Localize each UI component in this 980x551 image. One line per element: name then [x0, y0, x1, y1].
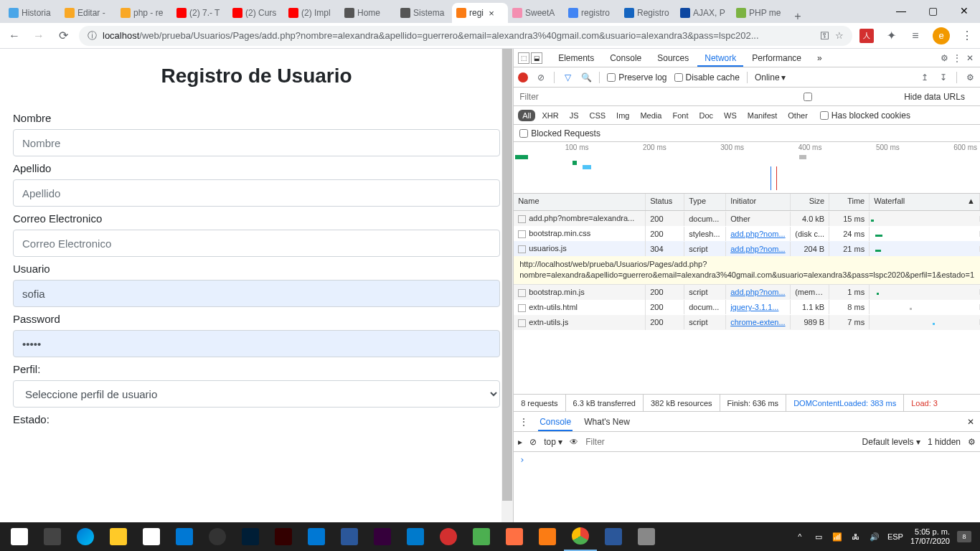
- tb-photoshop[interactable]: [234, 522, 267, 551]
- col-waterfall[interactable]: Waterfall ▲: [870, 194, 980, 210]
- type-css[interactable]: CSS: [585, 110, 610, 121]
- col-time[interactable]: Time: [829, 194, 870, 210]
- tb-vscode[interactable]: [399, 522, 432, 551]
- tab-yt2[interactable]: (2) Curs: [228, 3, 284, 23]
- tb-edge[interactable]: [69, 522, 102, 551]
- tab-yt1[interactable]: (2) 7.- T: [172, 3, 228, 23]
- tab-more[interactable]: »: [810, 50, 829, 67]
- tab-registro[interactable]: Registro: [620, 3, 676, 23]
- tab-elements[interactable]: Elements: [551, 50, 601, 67]
- tb-word[interactable]: [597, 522, 630, 551]
- network-row[interactable]: bootstrap.min.css 200stylesh... add.php?…: [514, 226, 980, 241]
- drawer-tab-whatsnew[interactable]: What's New: [583, 413, 631, 431]
- drawer-close-icon[interactable]: ✕: [967, 417, 974, 427]
- kebab-icon[interactable]: ⋮: [951, 52, 963, 64]
- profile-avatar[interactable]: e: [933, 27, 950, 44]
- type-js[interactable]: JS: [565, 110, 583, 121]
- upload-icon[interactable]: ↥: [919, 72, 930, 83]
- type-ws[interactable]: WS: [720, 110, 741, 121]
- type-img[interactable]: Img: [612, 110, 633, 121]
- filter-icon[interactable]: ▽: [562, 72, 573, 83]
- tab-sweet[interactable]: SweetA: [508, 3, 564, 23]
- tab-performance[interactable]: Performance: [745, 50, 809, 67]
- tb-groove[interactable]: [201, 522, 234, 551]
- network-row[interactable]: extn-utils.html 200docum... jquery-3.1.1…: [514, 300, 980, 315]
- nombre-input[interactable]: [13, 129, 500, 156]
- url-field[interactable]: ⓘ localhost/web/prueba/Usuarios/Pages/ad…: [79, 26, 852, 46]
- tray-lang[interactable]: ESP: [887, 532, 903, 541]
- blocked-requests-check[interactable]: Blocked Requests: [519, 128, 600, 138]
- col-initiator[interactable]: Initiator: [726, 194, 791, 210]
- blocked-cookies-check[interactable]: Has blocked cookies: [820, 110, 910, 121]
- type-manifest[interactable]: Manifest: [743, 110, 782, 121]
- window-close[interactable]: ✕: [948, 0, 980, 22]
- tab-editar[interactable]: Editar -: [60, 3, 116, 23]
- type-media[interactable]: Media: [636, 110, 666, 121]
- tab-ajax[interactable]: AJAX, P: [676, 3, 732, 23]
- tray-volume-icon[interactable]: 🔊: [869, 531, 880, 542]
- tab-console[interactable]: Console: [603, 50, 649, 67]
- disable-cache-check[interactable]: Disable cache: [674, 72, 740, 83]
- network-row[interactable]: extn-utils.js 200script chrome-exten...9…: [514, 315, 980, 330]
- console-settings-icon[interactable]: ⚙: [968, 437, 976, 447]
- record-button[interactable]: [518, 72, 528, 83]
- inspect-icon[interactable]: ⬚: [518, 52, 529, 64]
- network-row[interactable]: add.php?nombre=alexandra... 200docum... …: [514, 211, 980, 226]
- search-icon[interactable]: 🔍: [580, 72, 592, 83]
- settings-icon[interactable]: ⚙: [938, 52, 950, 64]
- tray-up-icon[interactable]: ^: [794, 531, 806, 542]
- drawer-tab-console[interactable]: Console: [538, 413, 573, 431]
- tb-mail[interactable]: [168, 522, 201, 551]
- tb-vs[interactable]: [300, 522, 333, 551]
- notifications-icon[interactable]: 8: [957, 531, 971, 542]
- close-icon[interactable]: ×: [486, 8, 496, 19]
- clear-icon[interactable]: ⊘: [535, 72, 547, 83]
- hide-data-urls-check[interactable]: Hide data URLs: [715, 92, 965, 102]
- pdf-icon[interactable]: 人: [859, 29, 874, 43]
- menu-icon[interactable]: ⋮: [960, 29, 974, 43]
- tb-chrome[interactable]: [564, 522, 597, 551]
- window-maximize[interactable]: ▢: [917, 0, 948, 22]
- devtools-close-icon[interactable]: ✕: [964, 52, 976, 64]
- tab-phpme[interactable]: PHP me: [732, 3, 788, 23]
- password-input[interactable]: [13, 330, 500, 357]
- tab-historia[interactable]: Historia: [4, 3, 60, 23]
- perfil-select[interactable]: Seleccione perfil de usuario: [13, 380, 500, 408]
- tab-sources[interactable]: Sources: [650, 50, 696, 67]
- tb-app4[interactable]: [630, 522, 663, 551]
- network-row[interactable]: bootstrap.min.js 200script add.php?nom..…: [514, 285, 980, 300]
- console-menu-icon[interactable]: ⋮: [519, 417, 528, 427]
- col-name[interactable]: Name: [514, 194, 646, 210]
- console-clear-icon[interactable]: ⊘: [529, 437, 537, 447]
- tb-app3[interactable]: [498, 522, 531, 551]
- preserve-log-check[interactable]: Preserve log: [607, 72, 666, 83]
- eye-icon[interactable]: 👁: [570, 437, 578, 447]
- type-all[interactable]: All: [518, 110, 535, 121]
- tab-php[interactable]: php - re: [116, 3, 172, 23]
- scrollbar-track[interactable]: [501, 49, 513, 522]
- device-icon[interactable]: ⬓: [531, 52, 542, 64]
- new-tab-button[interactable]: +: [788, 10, 808, 23]
- type-xhr[interactable]: XHR: [537, 110, 562, 121]
- scrollbar-thumb[interactable]: [502, 49, 512, 501]
- extensions-icon[interactable]: ✦: [884, 29, 898, 43]
- reading-list-icon[interactable]: ≡: [908, 29, 923, 43]
- type-other[interactable]: Other: [783, 110, 812, 121]
- tb-dreamweaver[interactable]: [366, 522, 399, 551]
- key-icon[interactable]: ⚿: [820, 30, 829, 41]
- tb-visio[interactable]: [333, 522, 366, 551]
- star-icon[interactable]: ☆: [835, 30, 844, 41]
- console-filter-input[interactable]: [585, 437, 854, 447]
- type-font[interactable]: Font: [668, 110, 692, 121]
- tb-illustrator[interactable]: [267, 522, 300, 551]
- tray-network-icon[interactable]: 🖧: [850, 531, 862, 542]
- usuario-input[interactable]: [13, 280, 500, 307]
- log-levels-select[interactable]: Default levels ▾: [862, 437, 920, 447]
- tab-sistema[interactable]: Sistema: [396, 3, 452, 23]
- context-select[interactable]: top ▾: [544, 437, 562, 447]
- col-status[interactable]: Status: [646, 194, 684, 210]
- task-view[interactable]: [36, 522, 69, 551]
- tb-app1[interactable]: [432, 522, 465, 551]
- col-size[interactable]: Size: [791, 194, 829, 210]
- back-button[interactable]: ←: [6, 27, 23, 44]
